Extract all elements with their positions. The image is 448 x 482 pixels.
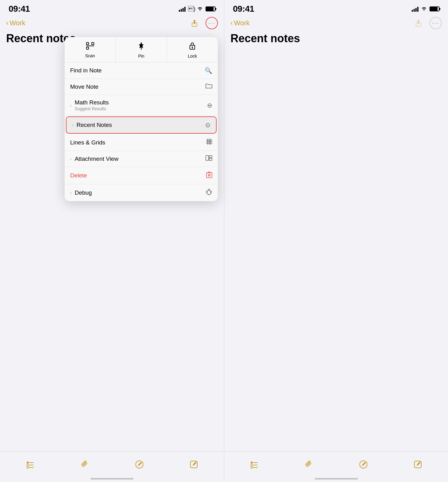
scan-icon-left [86, 42, 94, 51]
delete-label-left: Delete [70, 172, 87, 179]
bottom-toolbar-right [224, 451, 448, 482]
lock-button-left[interactable]: Lock [167, 37, 218, 62]
menu-top-icons-left: Scan Pin Lock [65, 37, 218, 63]
nav-bar-left: ‹ Work ··· [0, 15, 224, 31]
trash-icon-left [206, 171, 212, 180]
nav-actions-right: ··· [412, 17, 442, 29]
more-button-left[interactable]: ··· [206, 17, 218, 29]
chevron-left-icon-left: ‹ [6, 19, 8, 27]
delete-row-left[interactable]: Delete [65, 167, 218, 184]
move-note-left-content: Move Note [70, 83, 98, 90]
signal-icon-left [179, 6, 186, 12]
svg-rect-17 [209, 158, 212, 160]
chevron-left-icon-right: ‹ [230, 19, 233, 27]
wifi-icon-right [421, 6, 427, 12]
attachment-view-label-left: Attachment View [75, 156, 118, 162]
share-button-left[interactable] [188, 17, 201, 29]
svg-point-31 [27, 464, 29, 466]
folder-icon-left [206, 83, 212, 90]
svg-rect-16 [209, 156, 212, 158]
share-button-right[interactable] [412, 17, 425, 29]
home-indicator-left [90, 478, 134, 480]
attachment-icon-left [206, 155, 212, 162]
attachment-view-row-left[interactable]: › Attachment View [65, 151, 218, 167]
chevron-debug-left: › [70, 190, 72, 195]
status-time-left: 09:41 [9, 4, 30, 14]
attachment-view-left-content: › Attachment View [70, 156, 118, 162]
home-indicator-right [315, 478, 358, 480]
svg-point-7 [192, 47, 193, 48]
more-button-right[interactable]: ··· [430, 17, 442, 29]
debug-left-content: › Debug [70, 189, 92, 196]
math-results-sublabel-left: Suggest Results [75, 106, 109, 111]
svg-rect-1 [86, 43, 89, 45]
find-in-note-left-content: Find in Note [70, 67, 102, 74]
compose-button-right[interactable] [355, 456, 372, 473]
battery-icon-left [206, 6, 215, 11]
scan-button-left[interactable]: Scan [65, 37, 116, 62]
signal-icon-right [412, 6, 418, 12]
status-bar-right: 09:41 [224, 0, 448, 15]
delete-left-content: Delete [70, 172, 87, 179]
find-in-note-label-left: Find in Note [70, 67, 102, 74]
wifi-icon-left: ) [188, 6, 203, 12]
right-panel: 09:41 ‹ Work ··· [224, 0, 448, 482]
compose-button-left[interactable] [131, 456, 148, 473]
checklist-button-right[interactable] [246, 456, 263, 473]
move-note-row-left[interactable]: Move Note [65, 79, 218, 95]
edit-button-right[interactable] [409, 456, 426, 473]
nav-actions-left: ··· [188, 17, 218, 29]
svg-point-53 [251, 467, 253, 468]
back-label-right: Work [234, 19, 250, 27]
find-in-note-row-left[interactable]: Find in Note 🔍 [65, 63, 218, 79]
recent-icon-left: ⊙ [205, 121, 210, 129]
math-results-left-content: › Math Results Suggest Results [70, 99, 109, 111]
math-results-row-left[interactable]: › Math Results Suggest Results ⊖ [65, 95, 218, 116]
debug-row-left[interactable]: › Debug [65, 184, 218, 201]
search-icon-left: 🔍 [205, 67, 212, 74]
checklist-button-left[interactable] [22, 456, 39, 473]
svg-line-24 [206, 191, 207, 192]
lines-grids-left-content: Lines & Grids [70, 139, 105, 146]
svg-point-23 [207, 190, 211, 195]
nav-bar-right: ‹ Work ··· [224, 15, 448, 31]
pin-icon-left [138, 42, 145, 52]
back-button-left[interactable]: ‹ Work [6, 19, 25, 27]
debug-icon-left [206, 188, 212, 197]
svg-rect-3 [86, 47, 89, 49]
page-title-right: Recent notes [224, 31, 448, 49]
status-icons-right [412, 6, 439, 12]
scan-label-left: Scan [85, 53, 95, 58]
status-time-right: 09:41 [233, 4, 254, 14]
lines-grids-row-left[interactable]: Lines & Grids [65, 134, 218, 151]
chevron-recent-left: › [72, 123, 74, 128]
math-icon-left: ⊖ [207, 102, 212, 109]
paperclip-button-left[interactable] [76, 456, 94, 473]
paperclip-button-right[interactable] [300, 456, 318, 473]
edit-button-left[interactable] [185, 456, 202, 473]
grid-icon-left [206, 139, 212, 146]
status-bar-left: 09:41 ) [0, 0, 224, 15]
left-panel: 09:41 ) ‹ Work [0, 0, 224, 482]
debug-label-left: Debug [75, 189, 92, 196]
chevron-attachment-left: › [70, 156, 72, 161]
svg-point-29 [27, 462, 29, 464]
math-results-label-left: Math Results [75, 99, 109, 106]
recent-notes-row-left[interactable]: › Recent Notes ⊙ [66, 116, 217, 134]
status-icons-left: ) [179, 6, 215, 12]
battery-icon-right [430, 6, 439, 11]
pin-button-left[interactable]: Pin [116, 37, 167, 62]
chevron-math-left: › [70, 103, 72, 108]
svg-point-51 [251, 464, 253, 466]
svg-rect-2 [92, 43, 94, 45]
lines-grids-label-left: Lines & Grids [70, 139, 105, 146]
svg-point-49 [251, 462, 253, 464]
lock-label-left: Lock [188, 54, 197, 59]
svg-point-33 [27, 467, 29, 468]
recent-notes-left-content: › Recent Notes [72, 122, 112, 128]
recent-notes-label-left: Recent Notes [77, 122, 112, 128]
svg-rect-15 [206, 156, 209, 160]
back-button-right[interactable]: ‹ Work [230, 19, 250, 27]
back-label-left: Work [10, 19, 25, 27]
bottom-toolbar-left [0, 451, 224, 482]
